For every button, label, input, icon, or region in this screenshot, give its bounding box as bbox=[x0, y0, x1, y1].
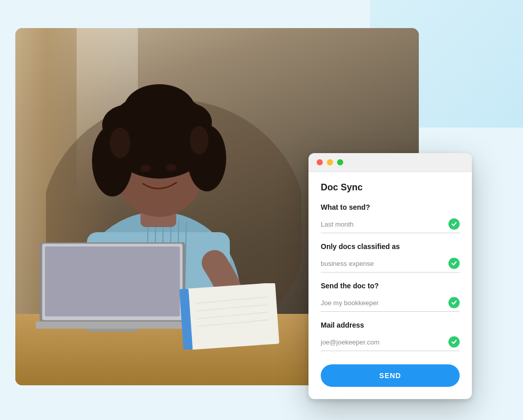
field-mail-address[interactable]: joe@joekeeper.com bbox=[321, 333, 460, 351]
laptop-svg bbox=[36, 242, 199, 334]
value-mail-address: joe@joekeeper.com bbox=[321, 338, 448, 346]
traffic-light-yellow[interactable] bbox=[327, 159, 333, 165]
field-docs-classified[interactable]: business expense bbox=[321, 255, 460, 273]
value-send-to: Joe my bookkeeper bbox=[321, 299, 448, 307]
check-icon-mail-address bbox=[448, 336, 460, 348]
label-mail-address: Mail address bbox=[321, 321, 460, 329]
notebook-svg bbox=[179, 283, 281, 350]
form-section-docs-classified: Only docs classified as business expense bbox=[321, 242, 460, 273]
svg-rect-24 bbox=[45, 246, 180, 316]
window-body: Doc Sync What to send? Last month Only d… bbox=[308, 172, 472, 399]
svg-point-17 bbox=[110, 128, 130, 158]
form-section-send-to: Send the doc to? Joe my bookkeeper bbox=[321, 282, 460, 312]
check-icon-docs-classified bbox=[448, 258, 460, 269]
app-window: Doc Sync What to send? Last month Only d… bbox=[308, 153, 472, 399]
value-docs-classified: business expense bbox=[321, 260, 448, 267]
scene: Doc Sync What to send? Last month Only d… bbox=[0, 0, 523, 420]
svg-point-19 bbox=[140, 165, 151, 172]
field-what-to-send[interactable]: Last month bbox=[321, 215, 460, 233]
send-button[interactable]: SEND bbox=[321, 364, 460, 387]
check-icon-send-to bbox=[448, 297, 460, 308]
label-what-to-send: What to send? bbox=[321, 203, 460, 211]
value-what-to-send: Last month bbox=[321, 220, 448, 228]
check-icon-what-to-send bbox=[448, 218, 460, 230]
svg-rect-27 bbox=[184, 283, 279, 350]
traffic-light-red[interactable] bbox=[317, 159, 323, 165]
svg-point-20 bbox=[166, 164, 176, 171]
traffic-light-green[interactable] bbox=[337, 159, 343, 165]
svg-point-18 bbox=[190, 126, 208, 155]
label-send-to: Send the doc to? bbox=[321, 282, 460, 290]
form-section-mail-address: Mail address joe@joekeeper.com bbox=[321, 321, 460, 351]
form-section-what-to-send: What to send? Last month bbox=[321, 203, 460, 233]
title-bar bbox=[308, 153, 472, 172]
window-title: Doc Sync bbox=[321, 182, 460, 193]
field-send-to[interactable]: Joe my bookkeeper bbox=[321, 294, 460, 312]
label-docs-classified: Only docs classified as bbox=[321, 242, 460, 251]
svg-rect-26 bbox=[87, 329, 138, 332]
svg-rect-25 bbox=[36, 322, 189, 329]
